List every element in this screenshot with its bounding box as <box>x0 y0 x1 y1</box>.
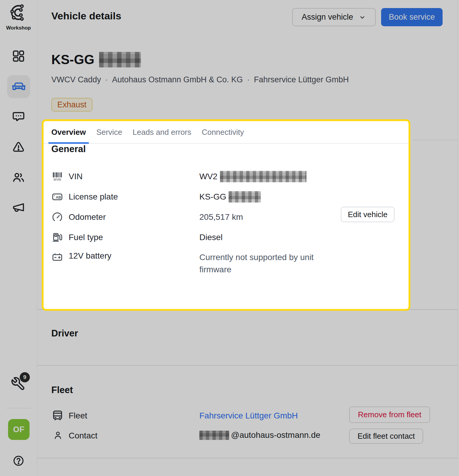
battery-row: 12V battery Currently not supported by u… <box>51 248 401 278</box>
tab-leads-and-errors[interactable]: Leads and errors <box>130 121 194 143</box>
row-label: Odometer <box>69 212 199 222</box>
tab-overview[interactable]: Overview <box>48 121 89 143</box>
redacted-vin <box>220 171 306 182</box>
fuel-pump-icon <box>51 231 63 243</box>
row-value: Diesel <box>199 233 401 242</box>
license-plate-row: AB License plate KS-GG <box>51 187 401 207</box>
battery-icon <box>51 251 63 263</box>
fuel-type-row: Fuel type Diesel <box>51 227 401 248</box>
highlighted-overview-card: Overview Service Leads and errors Connec… <box>42 119 410 311</box>
vin-icon-text: WVW <box>53 178 61 181</box>
odometer-icon <box>51 211 63 223</box>
row-label: 12V battery <box>69 251 199 261</box>
vin-row: WVW VIN WV2 <box>51 166 401 187</box>
row-label: Fuel type <box>69 233 199 242</box>
plate-prefix: KS-GG <box>199 192 226 202</box>
edit-vehicle-button[interactable]: Edit vehicle <box>341 207 395 222</box>
vehicle-details-screen: Workshop <box>0 0 459 476</box>
general-heading: General <box>51 144 401 154</box>
general-rows: WVW VIN WV2 AB <box>51 166 401 278</box>
license-plate-icon: AB <box>51 191 63 203</box>
general-section: General Edit vehicle WVW <box>44 144 409 278</box>
vehicle-tabs: Overview Service Leads and errors Connec… <box>44 121 409 144</box>
vin-prefix: WV2 <box>199 172 218 181</box>
vin-barcode-icon: WVW <box>51 171 63 183</box>
plate-icon-text: AB <box>56 195 61 200</box>
row-value: WV2 <box>199 171 401 182</box>
tab-connectivity[interactable]: Connectivity <box>199 121 247 143</box>
row-label: VIN <box>69 172 199 181</box>
battery-status-text: Currently not supported by unit firmware <box>199 251 331 276</box>
redacted-plate <box>229 191 261 203</box>
row-label: License plate <box>69 192 199 202</box>
tab-service[interactable]: Service <box>93 121 125 143</box>
row-value: Currently not supported by unit firmware <box>199 251 401 276</box>
row-value: KS-GG <box>199 191 401 203</box>
